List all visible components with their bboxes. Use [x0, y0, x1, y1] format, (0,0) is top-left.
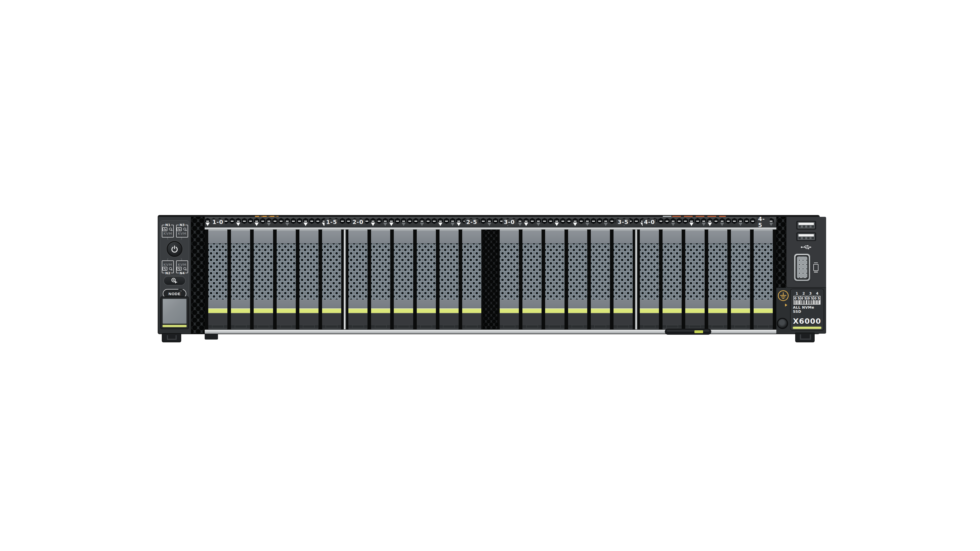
- drive-status-lightbar: [348, 308, 368, 313]
- drive-connector: [235, 325, 247, 328]
- bay-label: 4-0: [642, 219, 656, 225]
- drive-connector: [303, 325, 315, 328]
- drive-handle: [394, 230, 413, 244]
- drive-status-lightbar: [685, 308, 704, 313]
- node-indicator-n4[interactable]: KVM N4: [176, 260, 188, 273]
- drive-band: [371, 300, 390, 308]
- vent-cell: [590, 217, 597, 227]
- bottom-rail: [205, 329, 776, 333]
- drive-band: [685, 300, 704, 308]
- drive-band: [708, 300, 727, 308]
- vent-cell: [339, 217, 345, 227]
- drive-bay-4-2[interactable]: [685, 230, 704, 330]
- uid-button[interactable]: [164, 276, 185, 285]
- node-id-label: N1: [165, 223, 171, 227]
- drive-bay-4-3[interactable]: [708, 230, 727, 330]
- drive-band: [417, 300, 436, 308]
- drive-handle: [708, 230, 727, 244]
- drive-connector: [443, 325, 455, 328]
- drive-bay-4-5[interactable]: [754, 230, 773, 330]
- drive-vent-mesh: [522, 243, 542, 299]
- panel-trace: [167, 258, 182, 260]
- drive-bay-1-5[interactable]: [322, 230, 341, 330]
- drive-band: [568, 300, 587, 308]
- node-indicator-n1[interactable]: N1 KVM: [162, 225, 174, 238]
- drive-bay-3-5[interactable]: [614, 230, 633, 330]
- drive-vent-mesh: [394, 243, 413, 299]
- drive-bay-3-4[interactable]: [591, 230, 610, 330]
- vent-cell: [609, 217, 615, 227]
- vent-cell: [444, 217, 450, 227]
- drive-bay-3-0[interactable]: [500, 230, 519, 330]
- uid-touch-icon: [171, 278, 178, 284]
- vga-port: [794, 254, 810, 281]
- node-indicator-n2[interactable]: KVM N2: [162, 260, 174, 273]
- chassis-crossbar: [205, 227, 776, 230]
- right-io-ear: 1 2 3 4 0 5 0 5 0 5 0 5 ALL NVMe SSD X60…: [776, 217, 826, 333]
- drive-band: [348, 300, 368, 308]
- display-icon: [813, 264, 818, 271]
- thumbscrew[interactable]: [777, 318, 788, 329]
- drive-status-lightbar: [614, 308, 633, 313]
- drive-bay-2-1[interactable]: [371, 230, 390, 330]
- drive-lower: [322, 313, 341, 330]
- vent-cell: [382, 217, 388, 227]
- drive-bay-1-2[interactable]: [254, 230, 273, 330]
- drive-bay-2-0[interactable]: [348, 230, 368, 330]
- drive-lower: [299, 313, 318, 330]
- vent-cell: [395, 217, 401, 227]
- drive-vent-mesh: [208, 243, 228, 299]
- drive-band: [522, 300, 542, 308]
- drive-bay-4-0[interactable]: [640, 230, 659, 330]
- vent-cell: [732, 217, 738, 227]
- drive-bay-4-1[interactable]: [662, 230, 682, 330]
- drive-vent-mesh: [568, 243, 587, 299]
- drive-vent-mesh: [417, 243, 436, 299]
- node-indicator-n3[interactable]: N3 KVM: [176, 225, 188, 238]
- drive-lower: [462, 313, 481, 330]
- drive-bay-2-2[interactable]: [394, 230, 413, 330]
- group-divider-rod: [344, 230, 346, 330]
- drive-lower: [754, 313, 773, 330]
- vent-cell: [260, 217, 266, 227]
- drive-handle: [614, 230, 633, 244]
- drive-status-lightbar: [662, 308, 682, 313]
- drive-bay-3-3[interactable]: [568, 230, 587, 330]
- uid-mini-icon: [183, 267, 188, 271]
- drive-vent-mesh: [545, 243, 564, 299]
- vent-cell: [725, 217, 732, 227]
- drive-band: [208, 300, 228, 308]
- asset-tag-puller[interactable]: [665, 329, 711, 335]
- drive-bay-3-1[interactable]: [522, 230, 542, 330]
- drive-vent-mesh: [754, 243, 773, 299]
- vent-cell: [297, 217, 303, 227]
- node-control-panel: N1 KVM N3 KVM: [160, 221, 189, 301]
- vent-cell: [750, 217, 756, 227]
- drive-connector: [466, 325, 477, 328]
- vent-cell: [309, 217, 315, 227]
- vent-cell: [664, 217, 670, 227]
- drive-bay-4-4[interactable]: [731, 230, 750, 330]
- drive-lower: [439, 313, 458, 330]
- vent-cell: [584, 217, 590, 227]
- drive-bay-2-5[interactable]: [462, 230, 481, 330]
- node-id-label: N2: [165, 272, 171, 275]
- drive-bay-1-0[interactable]: [208, 230, 228, 330]
- drive-bay-2-3[interactable]: [417, 230, 436, 330]
- vent-cell: [425, 217, 431, 227]
- drive-bay-3-2[interactable]: [545, 230, 564, 330]
- drive-status-lightbar: [568, 308, 587, 313]
- drive-bay-1-1[interactable]: [231, 230, 250, 330]
- drive-status-lightbar: [708, 308, 727, 313]
- right-ear-latch[interactable]: [795, 333, 815, 342]
- drive-bay-1-3[interactable]: [277, 230, 296, 330]
- drive-status-lightbar: [231, 308, 250, 313]
- drive-vent-mesh: [348, 243, 368, 299]
- drive-bay-2-4[interactable]: [439, 230, 458, 330]
- drive-bay-1-4[interactable]: [299, 230, 318, 330]
- power-icon: [170, 245, 179, 253]
- power-button[interactable]: [167, 241, 183, 257]
- drive-group-node-2: [346, 230, 484, 330]
- bay-scale-ruler: 0 5 0 5 0 5 0 5: [794, 296, 821, 305]
- left-ear-latch[interactable]: [162, 333, 181, 342]
